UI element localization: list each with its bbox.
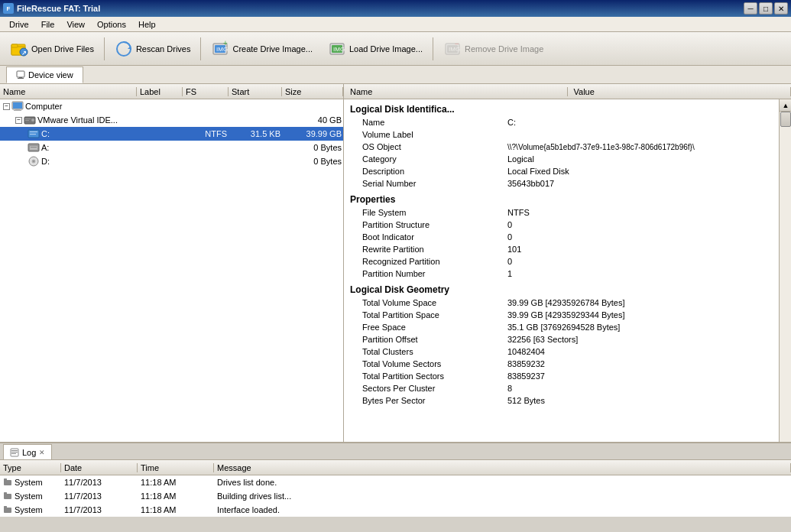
prop-partition-number-name: Partition Number xyxy=(344,269,504,278)
prop-rewrite-partition-name: Rewrite Partition xyxy=(344,245,504,254)
prop-total-partition-space-name: Total Partition Space xyxy=(344,310,504,320)
svg-rect-44 xyxy=(4,494,11,499)
title-bar: F FileRescue FAT: Trial ─ □ ✕ xyxy=(0,0,791,17)
right-col-name: Name xyxy=(344,87,568,96)
drive-d-label: D: xyxy=(41,157,50,166)
right-scrollbar[interactable]: ▲ ▼ xyxy=(779,99,791,442)
log-row-2-date: 11/7/2013 xyxy=(61,505,138,514)
log-close-button[interactable]: ✕ xyxy=(39,449,45,456)
tree-col-size: Size xyxy=(282,87,343,96)
svg-rect-33 xyxy=(30,146,37,150)
prop-row-partition-offset: Partition Offset 32256 [63 Sectors] xyxy=(344,333,791,345)
svg-rect-47 xyxy=(4,506,7,508)
prop-row-total-partition-space: Total Partition Space 39.99 GB [42935929… xyxy=(344,309,791,321)
log-row-2[interactable]: System 11/7/2013 11:18 AM Interface load… xyxy=(0,503,791,517)
svg-rect-42 xyxy=(4,480,11,485)
tree-row-vmware[interactable]: − VMware Virtual IDE... 40 GB xyxy=(0,113,343,127)
prop-description-name: Description xyxy=(344,167,504,176)
prop-recognized-partition-value: 0 xyxy=(504,257,791,266)
device-view-tab[interactable]: Device view xyxy=(6,66,83,83)
remove-drive-image-button[interactable]: IMG − Remove Drive Image xyxy=(436,35,550,63)
open-drive-files-button[interactable]: ↗ Open Drive Files xyxy=(3,35,101,63)
left-panel: Name Label FS Start Size − Computer xyxy=(0,84,344,442)
minimize-button[interactable]: ─ xyxy=(744,2,757,15)
menu-bar: Drive File View Options Help xyxy=(0,17,791,32)
prop-row-recognized-partition: Recognized Partition 0 xyxy=(344,255,791,268)
menu-file[interactable]: File xyxy=(35,18,61,31)
prop-partition-offset-value: 32256 [63 Sectors] xyxy=(504,335,791,344)
tree-row-d[interactable]: D: 0 Bytes xyxy=(0,154,343,168)
app-icon: F xyxy=(3,3,14,14)
drive-d-icon xyxy=(28,156,40,167)
bottom-area: Log ✕ Type Date Time Message System 11/7… xyxy=(0,442,791,517)
prop-filesystem-name: File System xyxy=(344,208,504,217)
tree-row-a[interactable]: A: 0 Bytes xyxy=(0,141,343,154)
drive-a-label: A: xyxy=(41,143,49,152)
right-scrollbar-thumb[interactable] xyxy=(780,112,791,127)
tree-header: Name Label FS Start Size xyxy=(0,84,343,99)
prop-row-total-partition-sectors: Total Partition Sectors 83859237 xyxy=(344,370,791,382)
svg-rect-22 xyxy=(13,102,22,109)
prop-partition-structure-name: Partition Structure xyxy=(344,220,504,229)
prop-row-total-clusters: Total Clusters 10482404 xyxy=(344,345,791,358)
prop-boot-indicator-value: 0 xyxy=(504,232,791,242)
menu-view[interactable]: View xyxy=(60,18,91,31)
log-tab[interactable]: Log ✕ xyxy=(3,444,52,459)
system-icon-0 xyxy=(3,478,12,487)
drive-c-label: C: xyxy=(41,129,50,138)
toolbar-sep-3 xyxy=(433,37,433,60)
prop-row-boot-indicator: Boot Indicator 0 xyxy=(344,231,791,243)
prop-row-category: Category Logical xyxy=(344,153,791,165)
title-bar-buttons: ─ □ ✕ xyxy=(744,2,788,15)
vmware-expand-icon[interactable]: − xyxy=(15,117,22,124)
log-row-2-type-label: System xyxy=(15,505,43,514)
load-drive-image-icon: IMG xyxy=(328,40,346,58)
log-row-1-date: 11/7/2013 xyxy=(61,491,138,501)
scroll-up-button[interactable]: ▲ xyxy=(780,99,791,112)
right-col-value: Value xyxy=(568,87,792,96)
rescan-drives-label: Rescan Drives xyxy=(136,44,191,54)
tree-col-name: Name xyxy=(0,87,137,96)
menu-help[interactable]: Help xyxy=(132,18,162,31)
log-row-0-date: 11/7/2013 xyxy=(61,478,138,487)
computer-label: Computer xyxy=(25,102,62,111)
menu-options[interactable]: Options xyxy=(91,18,132,31)
prop-total-volume-space-name: Total Volume Space xyxy=(344,298,504,307)
prop-serial-name: Serial Number xyxy=(344,179,504,188)
svg-rect-27 xyxy=(25,118,31,119)
log-row-0-type-label: System xyxy=(15,478,43,487)
maximize-button[interactable]: □ xyxy=(759,2,773,15)
close-button[interactable]: ✕ xyxy=(774,2,788,15)
drive-c-size-cell: 39.99 GB xyxy=(282,129,343,138)
prop-volume-label-name: Volume Label xyxy=(344,130,504,139)
menu-drive[interactable]: Drive xyxy=(3,18,35,31)
prop-row-free-space: Free Space 35.1 GB [37692694528 Bytes] xyxy=(344,321,791,333)
device-view-tab-label: Device view xyxy=(28,70,73,79)
prop-rewrite-partition-value: 101 xyxy=(504,245,791,254)
prop-row-filesystem: File System NTFS xyxy=(344,206,791,219)
load-drive-image-button[interactable]: IMG Load Drive Image... xyxy=(321,35,430,63)
prop-description-value: Local Fixed Disk xyxy=(504,167,791,176)
log-row-0-message: Drives list done. xyxy=(214,478,791,487)
svg-rect-40 xyxy=(11,452,18,453)
tree-row-c[interactable]: C: NTFS 31.5 KB 39.99 GB xyxy=(0,127,343,141)
log-row-0[interactable]: System 11/7/2013 11:18 AM Drives list do… xyxy=(0,475,791,489)
remove-drive-image-label: Remove Drive Image xyxy=(465,44,543,54)
prop-total-volume-sectors-value: 83859232 xyxy=(504,359,791,368)
prop-bytes-per-sector-name: Bytes Per Sector xyxy=(344,396,504,405)
prop-sectors-per-cluster-value: 8 xyxy=(504,384,791,393)
drive-c-fs-cell: NTFS xyxy=(183,129,229,138)
prop-category-value: Logical xyxy=(504,154,791,164)
tree-row-computer[interactable]: − Computer xyxy=(0,99,343,113)
computer-expand-icon[interactable]: − xyxy=(3,103,10,110)
prop-serial-value: 35643bb017 xyxy=(504,179,791,188)
prop-category-name: Category xyxy=(344,154,504,164)
create-drive-image-button[interactable]: IMG + Create Drive Image... xyxy=(204,35,319,63)
device-view-tab-icon xyxy=(16,70,25,79)
rescan-drives-button[interactable]: Rescan Drives xyxy=(108,35,198,63)
log-row-1[interactable]: System 11/7/2013 11:18 AM Building drive… xyxy=(0,489,791,503)
log-row-1-message: Building drives list... xyxy=(214,491,791,501)
svg-rect-31 xyxy=(30,134,36,135)
log-row-1-type-label: System xyxy=(15,491,43,501)
prop-row-sectors-per-cluster: Sectors Per Cluster 8 xyxy=(344,382,791,394)
